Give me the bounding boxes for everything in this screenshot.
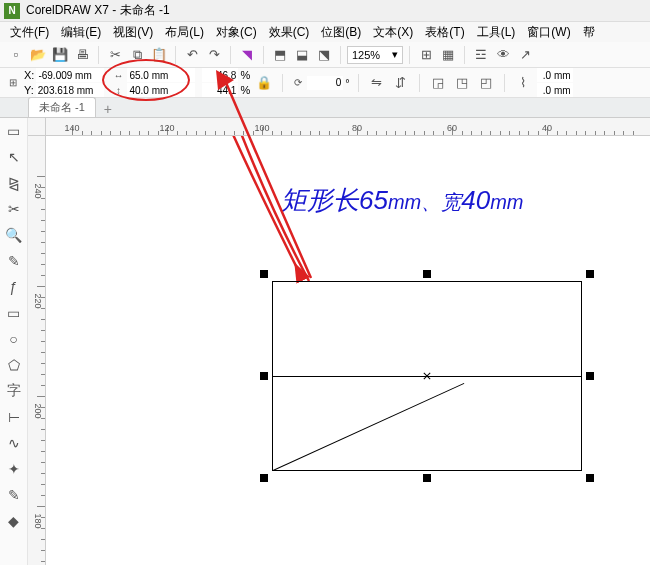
new-icon[interactable]: ▫	[6, 45, 26, 65]
menu-window[interactable]: 窗口(W)	[521, 22, 576, 43]
separator	[340, 46, 341, 64]
effects-tool-icon[interactable]: ✦	[3, 458, 25, 480]
corner-chamfer-icon[interactable]: ◰	[476, 73, 496, 93]
crop-tool-icon[interactable]: ✂	[3, 198, 25, 220]
mirror-h-icon[interactable]: ⇋	[367, 73, 387, 93]
selection-handle-e[interactable]	[586, 372, 594, 380]
selection-handle-ne[interactable]	[586, 270, 594, 278]
outline2-input[interactable]	[537, 83, 573, 97]
wrap-icon[interactable]: ⌇	[513, 73, 533, 93]
text-tool-icon[interactable]: 字	[3, 380, 25, 402]
snap-icon[interactable]: ⊞	[416, 45, 436, 65]
menu-file[interactable]: 文件(F)	[4, 22, 55, 43]
separator	[358, 74, 359, 92]
scale-x-input[interactable]	[202, 68, 238, 82]
freehand-tool-icon[interactable]: ✎	[3, 250, 25, 272]
separator	[409, 46, 410, 64]
scale-group: % %	[202, 68, 250, 97]
shape-tool-icon[interactable]: ⧎	[3, 172, 25, 194]
redo-icon[interactable]: ↷	[204, 45, 224, 65]
undo-icon[interactable]: ↶	[182, 45, 202, 65]
cut-icon[interactable]: ✂	[105, 45, 125, 65]
shape-rectangle[interactable]	[272, 281, 582, 471]
separator	[504, 74, 505, 92]
width-icon: ↔	[111, 68, 125, 82]
launch-icon[interactable]: ↗	[515, 45, 535, 65]
menu-tools[interactable]: 工具(L)	[471, 22, 522, 43]
tab-active[interactable]: 未命名 -1	[28, 97, 96, 117]
menu-layout[interactable]: 布局(L)	[159, 22, 210, 43]
corner-round-icon[interactable]: ◲	[428, 73, 448, 93]
polygon-tool-icon[interactable]: ⬠	[3, 354, 25, 376]
export-icon[interactable]: ⬓	[292, 45, 312, 65]
import-icon[interactable]: ⬒	[270, 45, 290, 65]
position-icon: ⊞	[6, 76, 20, 90]
view-icon[interactable]: 👁	[493, 45, 513, 65]
ruler-corner[interactable]	[28, 118, 46, 136]
separator	[464, 46, 465, 64]
options-icon[interactable]: ☲	[471, 45, 491, 65]
separator	[419, 74, 420, 92]
menu-bitmap[interactable]: 位图(B)	[315, 22, 367, 43]
selection-handle-sw[interactable]	[260, 474, 268, 482]
work-area: ▭ ↖ ⧎ ✂ 🔍 ✎ ƒ ▭ ○ ⬠ 字 ⊢ ∿ ✦ ✎ ◆ 14012010…	[0, 118, 650, 565]
copy-icon[interactable]: ⧉	[127, 45, 147, 65]
annotation-text: 矩形长65mm、宽40mm	[281, 183, 524, 218]
scale-y-input[interactable]	[202, 83, 238, 97]
mirror-v-icon[interactable]: ⇵	[391, 73, 411, 93]
height-input[interactable]	[127, 83, 195, 97]
rotation-input[interactable]	[307, 76, 343, 90]
app-icon: N	[4, 3, 20, 19]
lock-ratio-icon[interactable]: 🔒	[254, 73, 274, 93]
menu-help[interactable]: 帮	[577, 22, 601, 43]
y-input[interactable]	[36, 83, 104, 97]
selection-handle-nw[interactable]	[260, 270, 268, 278]
publish-icon[interactable]: ⬔	[314, 45, 334, 65]
selection-handle-s[interactable]	[423, 474, 431, 482]
eyedropper-tool-icon[interactable]: ✎	[3, 484, 25, 506]
x-input[interactable]	[36, 68, 104, 82]
separator	[263, 46, 264, 64]
pick-tool-icon[interactable]: ▭	[3, 120, 25, 142]
save-icon[interactable]: 💾	[50, 45, 70, 65]
connector-tool-icon[interactable]: ∿	[3, 432, 25, 454]
selection-handle-w[interactable]	[260, 372, 268, 380]
ellipse-tool-icon[interactable]: ○	[3, 328, 25, 350]
ruler-vertical[interactable]: 240220200180	[28, 136, 46, 565]
menu-table[interactable]: 表格(T)	[419, 22, 470, 43]
canvas[interactable]: 矩形长65mm、宽40mm	[46, 136, 650, 565]
menu-bar: 文件(F) 编辑(E) 视图(V) 布局(L) 对象(C) 效果(C) 位图(B…	[0, 22, 650, 42]
separator	[175, 46, 176, 64]
fill-tool-icon[interactable]: ◆	[3, 510, 25, 532]
separator	[230, 46, 231, 64]
dimension-tool-icon[interactable]: ⊢	[3, 406, 25, 428]
document-tabs: 未命名 -1 +	[0, 98, 650, 118]
menu-object[interactable]: 对象(C)	[210, 22, 263, 43]
grid-icon[interactable]: ▦	[438, 45, 458, 65]
print-icon[interactable]: 🖶	[72, 45, 92, 65]
menu-view[interactable]: 视图(V)	[107, 22, 159, 43]
main-toolbar: ▫ 📂 💾 🖶 ✂ ⧉ 📋 ↶ ↷ ◥ ⬒ ⬓ ⬔ 125%▾ ⊞ ▦ ☲ 👁 …	[0, 42, 650, 68]
selection-handle-n[interactable]	[423, 270, 431, 278]
pointer-tool-icon[interactable]: ↖	[3, 146, 25, 168]
selection-center-icon	[421, 370, 434, 383]
menu-edit[interactable]: 编辑(E)	[55, 22, 107, 43]
corner-scallop-icon[interactable]: ◳	[452, 73, 472, 93]
toolbox: ▭ ↖ ⧎ ✂ 🔍 ✎ ƒ ▭ ○ ⬠ 字 ⊢ ∿ ✦ ✎ ◆	[0, 118, 28, 565]
tab-add-button[interactable]: +	[100, 101, 116, 117]
paste-icon[interactable]: 📋	[149, 45, 169, 65]
shape-diagonal	[273, 383, 465, 471]
search-icon[interactable]: ◥	[237, 45, 257, 65]
rectangle-tool-icon[interactable]: ▭	[3, 302, 25, 324]
menu-text[interactable]: 文本(X)	[367, 22, 419, 43]
menu-effect[interactable]: 效果(C)	[263, 22, 316, 43]
ruler-horizontal[interactable]: 140120100806040	[46, 118, 650, 136]
zoom-tool-icon[interactable]: 🔍	[3, 224, 25, 246]
zoom-combo[interactable]: 125%▾	[347, 46, 403, 64]
outline1-input[interactable]	[537, 68, 573, 82]
selection-handle-se[interactable]	[586, 474, 594, 482]
artistic-tool-icon[interactable]: ƒ	[3, 276, 25, 298]
separator	[282, 74, 283, 92]
width-input[interactable]	[127, 68, 195, 82]
open-icon[interactable]: 📂	[28, 45, 48, 65]
